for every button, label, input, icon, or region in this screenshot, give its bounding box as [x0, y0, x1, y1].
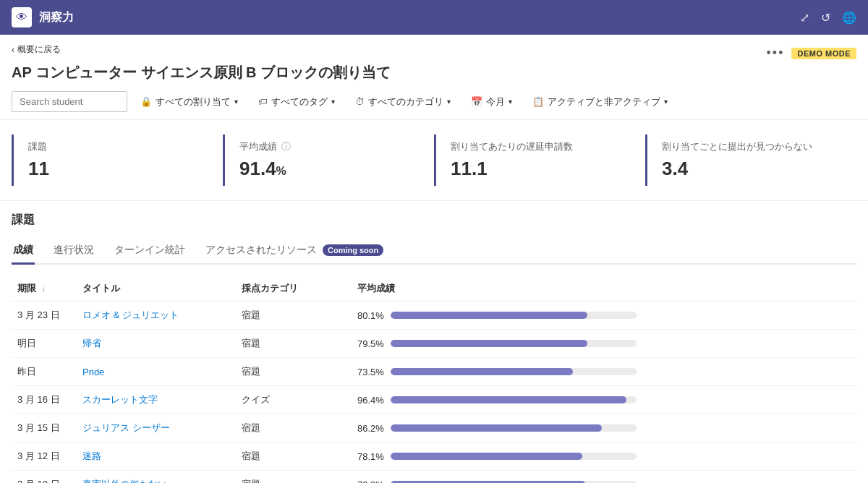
cell-category: 宿題 — [236, 358, 352, 386]
page-content: ‹ 概要に戻る ••• DEMO MODE AP コンピューター サイエンス原則… — [0, 35, 868, 483]
assignment-link[interactable]: 迷路 — [82, 450, 101, 461]
search-input[interactable] — [12, 91, 127, 112]
cell-due: 3 月 12 日 — [12, 443, 77, 471]
tab-resources[interactable]: アクセスされたリソース Coming soon — [204, 238, 385, 265]
chevron-down-icon: ▾ — [234, 98, 238, 106]
filter-active[interactable]: 📋 アクティブと非アクティブ ▾ — [525, 92, 675, 112]
cell-avg: 79.5% — [352, 330, 856, 358]
sort-icon: ↓ — [42, 285, 46, 293]
stat-avg-value: 91.4% — [239, 158, 408, 180]
stat-assignments-value: 11 — [28, 158, 197, 180]
assignment-link[interactable]: ジュリアス シーザー — [82, 422, 170, 433]
globe-icon[interactable]: 🌐 — [842, 11, 856, 25]
filter-active-label: アクティブと非アクティブ — [548, 95, 660, 108]
bar-container: 79.2% — [357, 479, 851, 484]
table-row: 明日 帰省 宿題 79.5% — [12, 330, 856, 358]
chevron-down-icon2: ▾ — [331, 98, 335, 106]
stat-assignments-label: 課題 — [28, 140, 197, 153]
stat-avg-grade: 平均成績 ⓘ 91.4% — [223, 134, 422, 186]
filter-assignments-label: すべての割り当て — [156, 95, 231, 108]
filter-all-assignments[interactable]: 🔒 すべての割り当て ▾ — [133, 92, 245, 112]
tabs: 成績 進行状況 ターンイン統計 アクセスされたリソース Coming soon — [12, 238, 856, 265]
assignment-link[interactable]: 真実以外の何もない — [82, 479, 167, 483]
cell-title: 迷路 — [77, 443, 236, 471]
filter-tags-label: すべてのタグ — [271, 95, 328, 108]
cell-category: 宿題 — [236, 443, 352, 471]
assignments-section: 課題 成績 進行状況 ターンイン統計 アクセスされたリソース Coming so… — [0, 201, 868, 483]
stats-section: 課題 11 平均成績 ⓘ 91.4% 割り当てあたりの遅延申請数 11.1 割り… — [0, 120, 868, 201]
bar-value: 86.2% — [357, 423, 385, 434]
table-row: 昨日 Pride 宿題 73.5% — [12, 358, 856, 386]
cell-category: 宿題 — [236, 302, 352, 330]
tab-grades[interactable]: 成績 — [12, 238, 35, 265]
app-icon: 👁 — [12, 7, 32, 27]
stat-assignments: 課題 11 — [12, 134, 211, 186]
bar-fill — [391, 312, 587, 319]
cell-avg: 73.5% — [352, 358, 856, 386]
bar-wrap — [391, 396, 637, 403]
assignment-link[interactable]: スカーレット文字 — [82, 394, 158, 405]
table-row: 3 月 16 日 スカーレット文字 クイズ 96.4% — [12, 386, 856, 414]
cell-category: 宿題 — [236, 471, 352, 484]
chevron-down-icon4: ▾ — [509, 98, 512, 106]
cell-title: 帰省 — [77, 330, 236, 358]
bar-container: 80.1% — [357, 310, 851, 321]
cell-avg: 79.2% — [352, 471, 856, 484]
lock-icon: 🔒 — [140, 96, 152, 107]
bar-container: 86.2% — [357, 423, 851, 434]
bar-wrap — [391, 424, 637, 432]
coming-soon-badge: Coming soon — [323, 244, 383, 256]
filter-categories-label: すべてのカテゴリ — [368, 95, 443, 108]
stat-missing: 割り当てごとに提出が見つからない 3.4 — [645, 134, 845, 186]
bar-wrap — [391, 312, 637, 319]
category-icon: ⏱ — [355, 96, 365, 107]
bar-wrap — [391, 340, 637, 347]
cell-category: クイズ — [236, 386, 352, 414]
col-avg: 平均成績 — [352, 276, 856, 302]
bar-wrap — [391, 453, 637, 460]
table-row: 3 月 12 日 迷路 宿題 78.1% — [12, 443, 856, 471]
filter-month[interactable]: 📅 今月 ▾ — [464, 92, 519, 112]
assignment-link[interactable]: ロメオ & ジュリエット — [82, 309, 179, 320]
stat-missing-label: 割り当てごとに提出が見つからない — [662, 140, 830, 153]
cell-due: 3 月 23 日 — [12, 302, 77, 330]
filter-all-tags[interactable]: 🏷 すべてのタグ ▾ — [251, 92, 342, 112]
cell-avg: 80.1% — [352, 302, 856, 330]
col-due[interactable]: 期限 ↓ — [12, 276, 77, 302]
refresh-icon[interactable]: ↺ — [821, 11, 830, 25]
cell-title: スカーレット文字 — [77, 386, 236, 414]
more-icon[interactable]: ••• — [767, 46, 785, 61]
stat-avg-label: 平均成績 ⓘ — [239, 140, 408, 153]
chevron-down-icon5: ▾ — [664, 98, 668, 106]
active-icon: 📋 — [532, 96, 544, 107]
bar-container: 96.4% — [357, 395, 851, 406]
cell-title: ジュリアス シーザー — [77, 414, 236, 443]
cell-title: ロメオ & ジュリエット — [77, 302, 236, 330]
bar-container: 73.5% — [357, 367, 851, 377]
cell-due: 明日 — [12, 330, 77, 358]
bar-fill — [391, 453, 582, 460]
eye-icon: 👁 — [16, 11, 27, 24]
expand-icon[interactable]: ⤢ — [800, 11, 809, 25]
assignment-link[interactable]: Pride — [82, 367, 104, 377]
back-link[interactable]: ‹ 概要に戻る — [12, 43, 61, 56]
back-label: 概要に戻る — [17, 43, 61, 56]
stat-late-value: 11.1 — [451, 158, 619, 180]
cell-avg: 96.4% — [352, 386, 856, 414]
stat-late: 割り当てあたりの遅延申請数 11.1 — [434, 134, 634, 186]
bar-container: 79.5% — [357, 338, 851, 349]
tab-turnin[interactable]: ターンイン統計 — [113, 238, 187, 265]
filter-all-categories[interactable]: ⏱ すべてのカテゴリ ▾ — [348, 92, 458, 112]
cell-title: 真実以外の何もない — [77, 471, 236, 484]
cell-avg: 86.2% — [352, 414, 856, 443]
chevron-left-icon: ‹ — [12, 45, 14, 55]
section-title: 課題 — [12, 213, 856, 228]
table-row: 3 月 10 日 真実以外の何もない 宿題 79.2% — [12, 471, 856, 484]
bar-value: 73.5% — [357, 367, 385, 377]
tab-progress[interactable]: 進行状況 — [52, 238, 95, 265]
assignment-link[interactable]: 帰省 — [82, 338, 101, 349]
bar-value: 79.5% — [357, 338, 385, 349]
col-category: 採点カテゴリ — [236, 276, 352, 302]
tag-icon: 🏷 — [258, 96, 268, 107]
info-icon[interactable]: ⓘ — [281, 140, 291, 153]
